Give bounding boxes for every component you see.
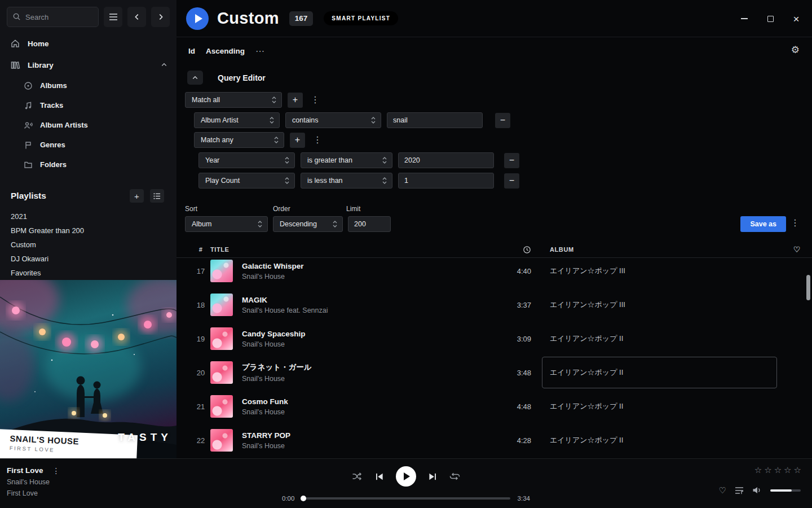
more-options-button[interactable]: ⋯ bbox=[255, 46, 264, 56]
sidebar-item-album-artists[interactable]: Album Artists bbox=[0, 115, 176, 135]
star-icon[interactable]: ☆ bbox=[774, 465, 784, 475]
rule-value-input[interactable] bbox=[387, 112, 483, 128]
smart-playlist-badge: SMART PLAYLIST bbox=[324, 11, 398, 25]
nav-back-button[interactable] bbox=[127, 7, 146, 27]
previous-track-button[interactable] bbox=[374, 472, 384, 481]
rule-field-select[interactable]: Album Artist bbox=[194, 112, 280, 128]
column-header-duration[interactable] bbox=[493, 246, 536, 254]
sidebar-item-label: Genres bbox=[40, 141, 65, 149]
queue-button[interactable] bbox=[735, 487, 744, 494]
limit-input[interactable] bbox=[348, 216, 391, 232]
sort-by-select[interactable]: Album bbox=[185, 216, 268, 232]
playlist-item[interactable]: 2021 bbox=[0, 209, 176, 224]
rule-field-select[interactable]: Year bbox=[198, 152, 295, 168]
playlist-view-button[interactable] bbox=[150, 189, 164, 203]
rule-value-input[interactable] bbox=[398, 173, 494, 189]
favorite-button[interactable]: ♡ bbox=[719, 486, 726, 494]
minimize-button[interactable] bbox=[735, 10, 753, 28]
track-album-focused-cell[interactable]: エイリアン☆ポップ II bbox=[536, 356, 778, 389]
select-chevrons-icon bbox=[273, 135, 279, 144]
sidebar-toolbar bbox=[0, 0, 176, 33]
star-icon[interactable]: ☆ bbox=[794, 465, 804, 475]
track-row[interactable]: 17 Galactic Whisper Snail's House 4:40 エ… bbox=[176, 258, 812, 288]
rule-operator-select[interactable]: contains bbox=[285, 112, 381, 128]
rule-operator-select[interactable]: is greater than bbox=[301, 152, 392, 168]
add-rule-button[interactable]: + bbox=[290, 133, 305, 148]
column-header-album[interactable]: ALBUM bbox=[536, 246, 778, 253]
group-menu-button[interactable]: ⋮ bbox=[308, 95, 322, 104]
playlist-item[interactable]: DJ Okawari bbox=[0, 252, 176, 266]
album-art-thumbnail bbox=[210, 361, 233, 384]
sidebar-item-library[interactable]: Library bbox=[0, 54, 176, 76]
order-select[interactable]: Descending bbox=[273, 216, 343, 232]
sort-direction-button[interactable]: Ascending bbox=[206, 47, 245, 55]
playlist-item[interactable]: BPM Greater than 200 bbox=[0, 224, 176, 238]
menu-button[interactable] bbox=[104, 7, 122, 27]
clock-icon bbox=[523, 246, 531, 254]
progress-knob[interactable] bbox=[301, 496, 306, 501]
remove-rule-button[interactable]: − bbox=[504, 153, 519, 168]
track-title: STARRY POP bbox=[242, 431, 493, 440]
column-header-title[interactable]: TITLE bbox=[210, 246, 493, 253]
track-row[interactable]: 18 MAGIK Snail's House feat. Sennzai 3:3… bbox=[176, 288, 812, 322]
star-icon[interactable]: ☆ bbox=[784, 465, 793, 475]
playlist-item[interactable]: Favorites bbox=[0, 266, 176, 280]
track-duration: 3:48 bbox=[493, 369, 536, 377]
select-chevrons-icon bbox=[284, 176, 290, 185]
track-title: プラネット・ガール bbox=[242, 362, 493, 373]
sidebar-item-genres[interactable]: Genres bbox=[0, 135, 176, 155]
sort-field-button[interactable]: Id bbox=[188, 47, 195, 55]
library-subnav: Albums Tracks Album Artists Genres bbox=[0, 76, 176, 174]
track-row[interactable]: 19 Candy Spaceship Snail's House 3:09 エイ… bbox=[176, 322, 812, 356]
rule-field-select[interactable]: Play Count bbox=[198, 173, 295, 189]
match-mode-select[interactable]: Match any bbox=[194, 132, 284, 148]
group-menu-button[interactable]: ⋮ bbox=[311, 135, 324, 144]
rule-operator-value: is greater than bbox=[307, 156, 352, 164]
track-artist: Snail's House bbox=[242, 273, 493, 281]
column-header-number[interactable]: # bbox=[191, 246, 210, 253]
next-track-button[interactable] bbox=[428, 472, 438, 481]
sidebar-item-home[interactable]: Home bbox=[0, 33, 176, 54]
settings-gear-icon[interactable]: ⚙ bbox=[791, 45, 800, 55]
sidebar-item-folders[interactable]: Folders bbox=[0, 155, 176, 174]
add-playlist-button[interactable]: + bbox=[130, 189, 144, 203]
rule-value-input[interactable] bbox=[398, 152, 494, 168]
add-rule-button[interactable]: + bbox=[288, 93, 303, 108]
star-icon[interactable]: ☆ bbox=[764, 465, 774, 475]
track-row[interactable]: 21 Cosmo Funk Snail's House 4:48 エイリアン☆ポ… bbox=[176, 389, 812, 423]
volume-slider[interactable] bbox=[770, 489, 801, 492]
query-sub-group: Match any + ⋮ bbox=[194, 132, 324, 148]
save-menu-button[interactable]: ⋮ bbox=[788, 218, 802, 227]
shuffle-button[interactable] bbox=[352, 471, 363, 481]
sidebar-item-tracks[interactable]: Tracks bbox=[0, 95, 176, 115]
main-panel: Custom 167 SMART PLAYLIST × Id Ascending… bbox=[176, 0, 812, 458]
save-as-button[interactable]: Save as bbox=[740, 216, 786, 232]
play-pause-button[interactable] bbox=[396, 466, 416, 487]
volume-button[interactable] bbox=[752, 486, 762, 494]
scrollbar-thumb[interactable] bbox=[806, 275, 810, 300]
now-playing-menu-button[interactable]: ⋮ bbox=[50, 467, 63, 475]
close-button[interactable]: × bbox=[787, 10, 805, 28]
match-mode-select[interactable]: Match all bbox=[185, 92, 282, 108]
track-row[interactable]: 22 STARRY POP Snail's House 4:28 エイリアン☆ポ… bbox=[176, 423, 812, 457]
playlist-item[interactable]: Custom bbox=[0, 238, 176, 252]
chevron-up-icon[interactable] bbox=[161, 62, 167, 68]
collapse-query-editor-button[interactable] bbox=[187, 71, 203, 85]
column-header-favorite[interactable]: ♡ bbox=[778, 245, 801, 254]
star-icon[interactable]: ☆ bbox=[754, 465, 764, 475]
maximize-button[interactable] bbox=[761, 10, 779, 28]
remove-rule-button[interactable]: − bbox=[495, 113, 510, 128]
track-album: エイリアン☆ポップ III bbox=[536, 288, 778, 322]
repeat-button[interactable] bbox=[449, 471, 460, 481]
artist-icon bbox=[24, 121, 33, 130]
play-playlist-button[interactable] bbox=[186, 7, 209, 30]
nav-forward-button[interactable] bbox=[151, 7, 170, 27]
sidebar-item-albums[interactable]: Albums bbox=[0, 76, 176, 95]
page-title: Custom bbox=[217, 9, 279, 28]
track-row[interactable]: 20 プラネット・ガール Snail's House 3:48 エイリアン☆ポッ… bbox=[176, 356, 812, 389]
progress-bar[interactable] bbox=[302, 497, 510, 500]
limit-label: Limit bbox=[346, 205, 360, 213]
rating-stars[interactable]: ☆☆☆☆☆ bbox=[754, 465, 804, 475]
rule-operator-select[interactable]: is less than bbox=[301, 173, 392, 189]
remove-rule-button[interactable]: − bbox=[504, 173, 519, 189]
